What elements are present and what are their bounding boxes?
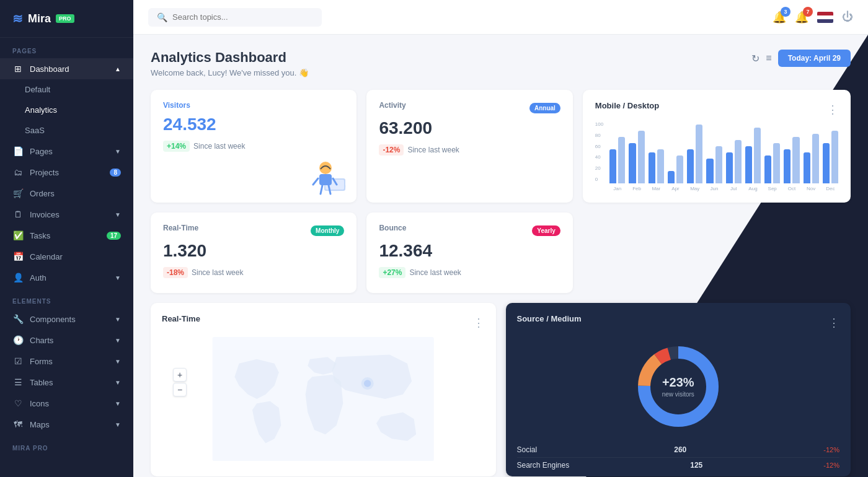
activity-label: Activity — [379, 101, 405, 110]
maps-label: Maps — [30, 420, 50, 429]
date-button[interactable]: Today: April 29 — [778, 50, 851, 67]
alerts-badge: 7 — [803, 7, 813, 17]
donut-subtitle: new visitors — [662, 391, 694, 398]
sidebar-item-pages[interactable]: 📄 Pages ▼ — [0, 141, 133, 162]
search-input[interactable] — [172, 12, 313, 22]
sidebar-item-icons[interactable]: ♡ Icons ▼ — [0, 393, 133, 414]
components-label: Components — [30, 315, 76, 324]
dashboard-icon: ⊞ — [12, 64, 24, 74]
projects-badge: 8 — [110, 168, 121, 177]
map-more-button[interactable]: ⋮ — [473, 316, 485, 330]
sidebar-item-invoices[interactable]: 🗒 Invoices ▼ — [0, 204, 133, 225]
svg-point-11 — [361, 377, 374, 390]
calendar-label: Calendar — [30, 252, 63, 261]
activity-footer: -12% Since last week — [379, 144, 560, 155]
visitors-change: +14% — [163, 141, 190, 152]
sidebar-item-maps[interactable]: 🗺 Maps ▼ — [0, 414, 133, 435]
realtime-header: Real-Time Monthly — [163, 224, 344, 237]
source-header: Source / Medium ⋮ — [517, 314, 840, 331]
source-search-name: Search Engines — [517, 461, 570, 470]
sidebar-item-auth[interactable]: 👤 Auth ▼ — [0, 267, 133, 288]
alerts-button[interactable]: 🔔 7 — [795, 11, 808, 24]
realtime-change: -18% — [163, 267, 188, 278]
app-name: Mira — [28, 12, 51, 25]
page-subtitle: Welcome back, Lucy! We've missed you. 👋 — [151, 68, 309, 77]
default-label: Default — [25, 85, 50, 94]
sidebar-item-calendar[interactable]: 📅 Calendar — [0, 246, 133, 267]
sidebar: ≋ Mira PRO PAGES ⊞ Dashboard ▲ Default A… — [0, 0, 133, 477]
bar-jan — [609, 121, 625, 183]
sidebar-item-analytics[interactable]: Analytics — [0, 100, 133, 120]
sidebar-item-projects[interactable]: 🗂 Projects 8 — [0, 162, 133, 183]
donut-chart: +23% new visitors — [517, 337, 840, 436]
auth-label: Auth — [30, 273, 46, 282]
tasks-badge: 17 — [107, 232, 121, 240]
sidebar-item-tables[interactable]: ☰ Tables ▼ — [0, 372, 133, 393]
sidebar-item-forms[interactable]: ☑ Forms ▼ — [0, 351, 133, 372]
visitors-since: Since last week — [193, 142, 245, 151]
donut-percentage: +23% — [662, 375, 694, 390]
sidebar-item-components[interactable]: 🔧 Components ▼ — [0, 309, 133, 330]
source-more-button[interactable]: ⋮ — [828, 316, 839, 330]
realtime-since: Since last week — [192, 268, 243, 277]
filter-button[interactable]: ≡ — [766, 53, 771, 64]
power-button[interactable]: ⏻ — [842, 11, 853, 24]
source-search-change: -12% — [823, 462, 839, 469]
topbar-right: 🔔 3 🔔 7 ⏻ — [773, 11, 853, 24]
realtime-map-card: Real-Time ⋮ + − — [151, 303, 496, 476]
realtime-label: Real-Time — [163, 224, 198, 232]
notifications-badge: 3 — [781, 7, 790, 17]
svg-line-5 — [313, 178, 318, 185]
source-title: Source / Medium — [517, 314, 582, 323]
bar-feb — [629, 121, 644, 183]
spacer — [583, 212, 851, 293]
pages-icon: 📄 — [12, 146, 24, 156]
sidebar-item-charts[interactable]: 🕐 Charts ▼ — [0, 330, 133, 351]
bar-mar — [649, 121, 664, 183]
sidebar-item-dashboard[interactable]: ⊞ Dashboard ▲ — [0, 58, 133, 79]
search-box[interactable]: 🔍 — [148, 8, 322, 27]
bounce-footer: +27% Since last week — [379, 267, 560, 278]
mobile-desktop-card: Mobile / Desktop ⋮ 0 20 40 60 80 100 — [583, 90, 851, 203]
bar-nov — [804, 121, 819, 183]
pro-badge: PRO — [56, 14, 74, 23]
bar-may — [687, 121, 702, 183]
bottom-row: Real-Time ⋮ + − — [151, 303, 851, 476]
bounce-header: Bounce Yearly — [379, 224, 560, 237]
activity-change: -12% — [379, 144, 404, 155]
tasks-label: Tasks — [30, 231, 50, 240]
chevron-icon: ▲ — [115, 66, 121, 72]
source-search-value: 125 — [690, 461, 702, 470]
section-pages: PAGES — [0, 38, 133, 58]
page-titles: Analytics Dashboard Welcome back, Lucy! … — [151, 50, 309, 77]
visitors-illustration — [301, 144, 350, 203]
svg-rect-4 — [319, 174, 332, 185]
invoices-chevron: ▼ — [115, 211, 121, 218]
refresh-button[interactable]: ↻ — [751, 53, 760, 64]
bar-jun — [706, 121, 722, 183]
source-social-change: -12% — [823, 446, 839, 453]
bar-chart-area — [609, 121, 838, 183]
sidebar-item-saas[interactable]: SaaS — [0, 120, 133, 141]
bounce-change: +27% — [379, 267, 405, 278]
bounce-label: Bounce — [379, 224, 406, 232]
logo-icon: ≋ — [12, 11, 23, 26]
mobile-desktop-more[interactable]: ⋮ — [827, 103, 838, 116]
comp-chevron: ▼ — [115, 316, 121, 323]
sidebar-item-tasks[interactable]: ✅ Tasks 17 — [0, 225, 133, 246]
auth-chevron: ▼ — [115, 274, 121, 281]
language-selector[interactable] — [817, 12, 833, 23]
notifications-button[interactable]: 🔔 3 — [773, 11, 786, 24]
charts-label: Charts — [30, 336, 53, 345]
charts-chevron: ▼ — [115, 337, 121, 344]
activity-header: Activity Annual — [379, 101, 560, 115]
visitors-value: 24.532 — [163, 115, 344, 134]
map-title: Real-Time — [162, 314, 200, 323]
icons-icon: ♡ — [12, 398, 24, 408]
mobile-desktop-header: Mobile / Desktop ⋮ — [595, 101, 838, 118]
maps-chevron: ▼ — [115, 421, 121, 428]
section-elements: ELEMENTS — [0, 288, 133, 309]
sidebar-item-orders[interactable]: 🛒 Orders — [0, 183, 133, 204]
sidebar-item-default[interactable]: Default — [0, 79, 133, 100]
x-axis: Jan Feb Mar Apr May Jun Jul Aug Sep Oc — [609, 186, 838, 191]
